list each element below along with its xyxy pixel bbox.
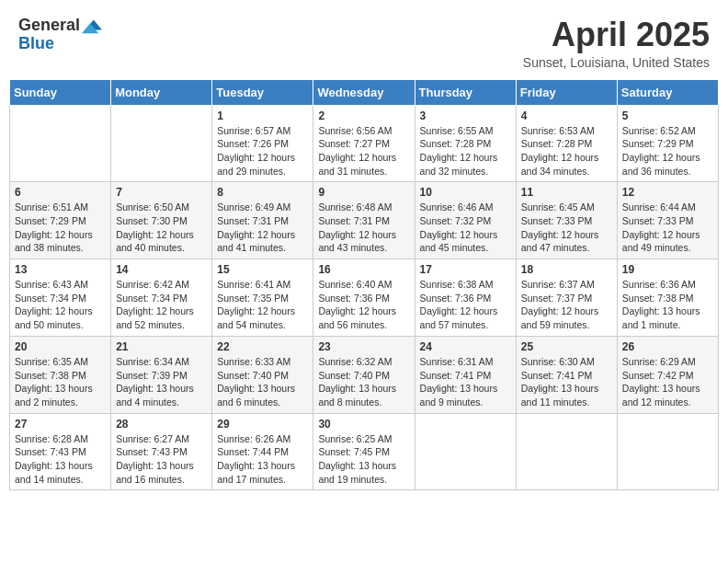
calendar-day-cell: 28Sunrise: 6:27 AM Sunset: 7:43 PM Dayli… [111,413,212,490]
calendar-day-cell: 20Sunrise: 6:35 AM Sunset: 7:38 PM Dayli… [10,336,111,413]
day-number: 18 [521,263,612,276]
day-number: 26 [622,340,713,353]
day-info: Sunrise: 6:35 AM Sunset: 7:38 PM Dayligh… [15,355,106,409]
calendar-day-cell: 1Sunrise: 6:57 AM Sunset: 7:26 PM Daylig… [212,105,313,182]
day-info: Sunrise: 6:46 AM Sunset: 7:32 PM Dayligh… [420,201,511,255]
day-number: 10 [420,186,511,199]
day-number: 12 [622,186,713,199]
day-number: 3 [420,109,511,122]
calendar-day-cell: 3Sunrise: 6:55 AM Sunset: 7:28 PM Daylig… [415,105,516,182]
weekday-header-cell: Sunday [10,79,111,105]
calendar-day-cell [617,413,718,490]
day-info: Sunrise: 6:57 AM Sunset: 7:26 PM Dayligh… [217,124,308,178]
day-info: Sunrise: 6:42 AM Sunset: 7:34 PM Dayligh… [116,278,207,332]
calendar-day-cell: 30Sunrise: 6:25 AM Sunset: 7:45 PM Dayli… [313,413,415,490]
day-number: 6 [15,186,106,199]
weekday-header-row: SundayMondayTuesdayWednesdayThursdayFrid… [10,79,719,105]
day-number: 17 [420,263,511,276]
calendar-day-cell: 14Sunrise: 6:42 AM Sunset: 7:34 PM Dayli… [111,259,212,337]
calendar-day-cell: 16Sunrise: 6:40 AM Sunset: 7:36 PM Dayli… [313,259,415,337]
calendar-week-row: 1Sunrise: 6:57 AM Sunset: 7:26 PM Daylig… [10,105,719,182]
calendar-day-cell: 7Sunrise: 6:50 AM Sunset: 7:30 PM Daylig… [111,182,212,259]
day-info: Sunrise: 6:36 AM Sunset: 7:38 PM Dayligh… [622,278,713,332]
calendar-day-cell: 23Sunrise: 6:32 AM Sunset: 7:40 PM Dayli… [313,336,415,413]
day-number: 24 [420,340,511,353]
day-info: Sunrise: 6:48 AM Sunset: 7:31 PM Dayligh… [318,201,409,255]
calendar-day-cell: 22Sunrise: 6:33 AM Sunset: 7:40 PM Dayli… [212,336,313,413]
day-info: Sunrise: 6:37 AM Sunset: 7:37 PM Dayligh… [521,278,612,332]
calendar-week-row: 20Sunrise: 6:35 AM Sunset: 7:38 PM Dayli… [10,336,719,413]
calendar-day-cell: 27Sunrise: 6:28 AM Sunset: 7:43 PM Dayli… [10,413,111,490]
day-number: 30 [318,418,409,431]
day-number: 28 [116,418,207,431]
day-info: Sunrise: 6:49 AM Sunset: 7:31 PM Dayligh… [217,201,308,255]
day-info: Sunrise: 6:43 AM Sunset: 7:34 PM Dayligh… [15,278,106,332]
calendar-day-cell: 5Sunrise: 6:52 AM Sunset: 7:29 PM Daylig… [617,105,718,182]
day-number: 14 [116,263,207,276]
calendar-week-row: 13Sunrise: 6:43 AM Sunset: 7:34 PM Dayli… [10,259,719,337]
day-info: Sunrise: 6:27 AM Sunset: 7:43 PM Dayligh… [116,432,207,487]
logo-text-blue: Blue [18,34,54,52]
calendar-day-cell: 4Sunrise: 6:53 AM Sunset: 7:28 PM Daylig… [516,105,617,182]
weekday-header-cell: Monday [111,79,212,105]
day-number: 20 [15,340,106,353]
day-number: 15 [217,263,308,276]
calendar-day-cell: 8Sunrise: 6:49 AM Sunset: 7:31 PM Daylig… [212,182,313,259]
day-info: Sunrise: 6:52 AM Sunset: 7:29 PM Dayligh… [622,124,713,178]
day-info: Sunrise: 6:31 AM Sunset: 7:41 PM Dayligh… [420,355,511,409]
day-info: Sunrise: 6:40 AM Sunset: 7:36 PM Dayligh… [318,278,409,332]
calendar-day-cell: 15Sunrise: 6:41 AM Sunset: 7:35 PM Dayli… [212,259,313,337]
calendar-body: 1Sunrise: 6:57 AM Sunset: 7:26 PM Daylig… [10,105,719,490]
day-number: 8 [217,186,308,199]
calendar-day-cell: 29Sunrise: 6:26 AM Sunset: 7:44 PM Dayli… [212,413,313,490]
calendar-day-cell: 9Sunrise: 6:48 AM Sunset: 7:31 PM Daylig… [313,182,415,259]
calendar-subtitle: Sunset, Louisiana, United States [523,55,710,70]
calendar-day-cell: 10Sunrise: 6:46 AM Sunset: 7:32 PM Dayli… [415,182,516,259]
day-info: Sunrise: 6:26 AM Sunset: 7:44 PM Dayligh… [217,432,308,487]
day-info: Sunrise: 6:25 AM Sunset: 7:45 PM Dayligh… [318,432,409,487]
day-number: 23 [318,340,409,353]
logo: General Blue [18,17,102,53]
day-number: 21 [116,340,207,353]
title-area: April 2025 Sunset, Louisiana, United Sta… [523,17,710,70]
day-number: 2 [318,109,409,122]
day-number: 4 [521,109,612,122]
day-number: 9 [318,186,409,199]
calendar-day-cell [10,105,111,182]
day-info: Sunrise: 6:44 AM Sunset: 7:33 PM Dayligh… [622,201,713,255]
calendar-day-cell: 17Sunrise: 6:38 AM Sunset: 7:36 PM Dayli… [415,259,516,337]
header: General Blue April 2025 Sunset, Louisian… [9,9,719,75]
day-number: 27 [15,418,106,431]
day-number: 5 [622,109,713,122]
calendar-day-cell: 12Sunrise: 6:44 AM Sunset: 7:33 PM Dayli… [617,182,718,259]
day-info: Sunrise: 6:38 AM Sunset: 7:36 PM Dayligh… [420,278,511,332]
calendar-day-cell: 25Sunrise: 6:30 AM Sunset: 7:41 PM Dayli… [516,336,617,413]
day-info: Sunrise: 6:41 AM Sunset: 7:35 PM Dayligh… [217,278,308,332]
calendar-day-cell: 18Sunrise: 6:37 AM Sunset: 7:37 PM Dayli… [516,259,617,337]
day-number: 22 [217,340,308,353]
calendar-day-cell: 11Sunrise: 6:45 AM Sunset: 7:33 PM Dayli… [516,182,617,259]
day-number: 16 [318,263,409,276]
day-info: Sunrise: 6:55 AM Sunset: 7:28 PM Dayligh… [420,124,511,178]
calendar-day-cell: 24Sunrise: 6:31 AM Sunset: 7:41 PM Dayli… [415,336,516,413]
calendar-week-row: 27Sunrise: 6:28 AM Sunset: 7:43 PM Dayli… [10,413,719,490]
calendar-title: April 2025 [523,17,710,53]
calendar-table: SundayMondayTuesdayWednesdayThursdayFrid… [9,79,719,491]
calendar-day-cell: 26Sunrise: 6:29 AM Sunset: 7:42 PM Dayli… [617,336,718,413]
weekday-header-cell: Wednesday [313,79,415,105]
calendar-day-cell [111,105,212,182]
day-info: Sunrise: 6:29 AM Sunset: 7:42 PM Dayligh… [622,355,713,409]
calendar-day-cell: 13Sunrise: 6:43 AM Sunset: 7:34 PM Dayli… [10,259,111,337]
day-info: Sunrise: 6:34 AM Sunset: 7:39 PM Dayligh… [116,355,207,409]
day-number: 11 [521,186,612,199]
day-info: Sunrise: 6:33 AM Sunset: 7:40 PM Dayligh… [217,355,308,409]
weekday-header-cell: Friday [516,79,617,105]
day-number: 7 [116,186,207,199]
day-info: Sunrise: 6:45 AM Sunset: 7:33 PM Dayligh… [521,201,612,255]
calendar-day-cell: 21Sunrise: 6:34 AM Sunset: 7:39 PM Dayli… [111,336,212,413]
day-number: 13 [15,263,106,276]
day-info: Sunrise: 6:30 AM Sunset: 7:41 PM Dayligh… [521,355,612,409]
day-info: Sunrise: 6:56 AM Sunset: 7:27 PM Dayligh… [318,124,409,178]
day-info: Sunrise: 6:32 AM Sunset: 7:40 PM Dayligh… [318,355,409,409]
calendar-day-cell: 6Sunrise: 6:51 AM Sunset: 7:29 PM Daylig… [10,182,111,259]
